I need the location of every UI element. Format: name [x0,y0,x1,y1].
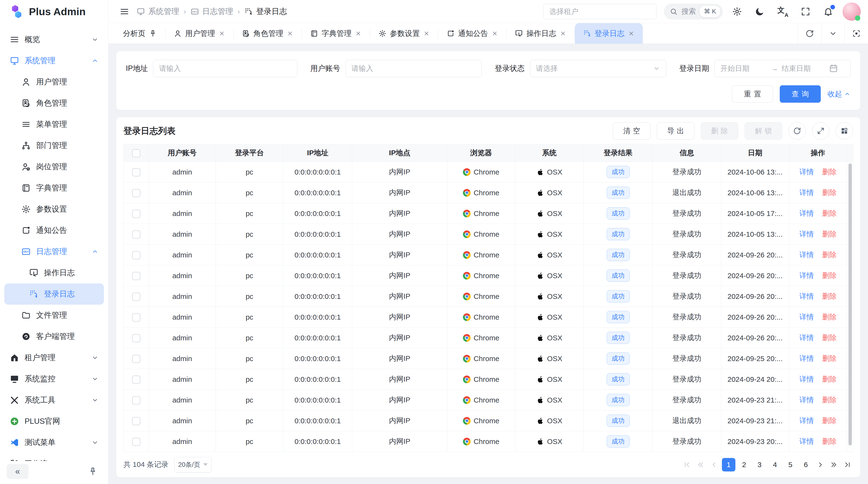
detail-link[interactable]: 详情 [799,271,814,279]
export-button[interactable]: 导出 [657,122,694,139]
delete-link[interactable]: 删除 [822,189,837,196]
sidebar-item-notice[interactable]: 通知公告 [4,220,104,241]
page-size-select[interactable]: 20条/页 [174,457,212,473]
delete-link[interactable]: 删除 [822,230,837,238]
detail-link[interactable]: 详情 [799,168,814,176]
delete-link[interactable]: 删除 [822,209,837,217]
delete-link[interactable]: 删除 [822,251,837,259]
detail-link[interactable]: 详情 [799,189,814,196]
sidebar-item-dict-management[interactable]: 字典管理 [4,178,104,199]
detail-link[interactable]: 详情 [799,251,814,259]
detail-link[interactable]: 详情 [799,313,814,321]
sidebar-item-login-log[interactable]: 登录日志 [4,284,104,305]
page-button[interactable]: 3 [753,458,766,472]
row-checkbox[interactable] [132,168,140,176]
breadcrumb-item[interactable]: 日志管理 [190,6,233,17]
delete-button[interactable]: 删除 [701,122,738,139]
unlock-button[interactable]: 解锁 [745,122,782,139]
row-checkbox[interactable] [132,376,140,384]
table-fullscreen-button[interactable] [812,122,830,139]
detail-link[interactable]: 详情 [799,417,814,424]
close-icon[interactable] [560,30,566,37]
delete-link[interactable]: 删除 [822,375,837,383]
sidebar-item-system-tools[interactable]: 系统工具 [4,389,104,411]
pin-icon[interactable] [88,466,98,476]
settings-button[interactable] [732,6,742,17]
row-checkbox[interactable] [132,230,140,238]
tenant-select-input[interactable] [543,4,656,19]
status-select[interactable]: 请选择 [530,60,666,77]
tab-operation-log[interactable]: 操作日志 [506,23,575,44]
sidebar-item-post-management[interactable]: 岗位管理 [4,156,104,178]
close-icon[interactable] [287,30,293,37]
tabs-refresh-button[interactable] [798,23,821,44]
close-icon[interactable] [218,30,225,37]
sidebar-item-operation-log[interactable]: 操作日志 [4,262,104,284]
tab-param-settings[interactable]: 参数设置 [370,23,438,44]
last-page-button[interactable] [841,458,853,472]
pin-icon[interactable] [149,29,157,38]
page-button[interactable]: 4 [768,458,782,472]
sidebar-item-test-menu[interactable]: 测试菜单 [4,432,104,453]
sidebar-item-file-management[interactable]: 文件管理 [4,305,104,326]
date-start-input[interactable] [720,64,768,72]
sidebar-item-workflow[interactable]: 工作流 [4,453,104,461]
hamburger-icon[interactable] [120,7,129,17]
row-checkbox[interactable] [132,293,140,301]
delete-link[interactable]: 删除 [822,396,837,404]
tab-analysis[interactable]: 分析页 [115,23,165,44]
detail-link[interactable]: 详情 [799,375,814,383]
sidebar-item-tenant-management[interactable]: 租户管理 [4,347,104,368]
detail-link[interactable]: 详情 [799,333,814,342]
detail-link[interactable]: 详情 [799,354,814,362]
delete-link[interactable]: 删除 [822,292,837,300]
page-button-active[interactable]: 1 [722,458,735,472]
prev-ten-button[interactable] [695,458,707,472]
query-button[interactable]: 查询 [780,85,821,103]
next-page-button[interactable] [814,458,826,472]
delete-link[interactable]: 删除 [822,437,837,445]
global-search[interactable]: 搜索 ⌘ K [664,4,723,20]
sidebar-item-menu-management[interactable]: 菜单管理 [4,114,104,135]
sidebar-collapse-button[interactable]: « [7,464,28,479]
tab-dict-management[interactable]: 字典管理 [302,23,370,44]
page-button[interactable]: 2 [737,458,751,472]
prev-page-button[interactable] [708,458,720,472]
first-page-button[interactable] [681,458,693,472]
fullscreen-button[interactable] [801,6,811,17]
refresh-button[interactable] [788,122,806,139]
close-icon[interactable] [423,30,430,37]
sidebar-item-plus-site[interactable]: PLUS官网 [4,411,104,432]
close-icon[interactable] [355,30,362,37]
sidebar-item-user-management[interactable]: 用户管理 [4,71,104,93]
row-checkbox[interactable] [132,355,140,363]
row-checkbox[interactable] [132,396,140,405]
language-button[interactable]: 文A [777,6,788,17]
sidebar-item-system-monitor[interactable]: 系统监控 [4,368,104,389]
next-ten-button[interactable] [828,458,840,472]
sidebar-item-log-management[interactable]: 日志管理 [4,241,104,262]
collapse-filters-link[interactable]: 收起 [828,89,850,99]
delete-link[interactable]: 删除 [822,313,837,321]
delete-link[interactable]: 删除 [822,168,837,176]
sidebar-item-system-management[interactable]: 系统管理 [4,50,104,71]
row-checkbox[interactable] [132,313,140,322]
detail-link[interactable]: 详情 [799,292,814,300]
detail-link[interactable]: 详情 [799,209,814,217]
row-checkbox[interactable] [132,438,140,446]
reset-button[interactable]: 重置 [732,85,773,103]
row-checkbox[interactable] [132,251,140,259]
sidebar-item-dept-management[interactable]: 部门管理 [4,135,104,156]
row-checkbox[interactable] [132,417,140,425]
date-end-input[interactable] [782,64,829,72]
detail-link[interactable]: 详情 [799,396,814,404]
row-checkbox[interactable] [132,189,140,197]
delete-link[interactable]: 删除 [822,417,837,424]
tab-notice[interactable]: 通知公告 [438,23,506,44]
delete-link[interactable]: 删除 [822,271,837,279]
vertical-scrollbar[interactable] [848,163,852,445]
account-input[interactable] [351,64,476,72]
row-checkbox[interactable] [132,210,140,218]
sidebar-item-role-management[interactable]: 角色管理 [4,93,104,114]
breadcrumb-item[interactable]: 系统管理 [136,6,179,17]
